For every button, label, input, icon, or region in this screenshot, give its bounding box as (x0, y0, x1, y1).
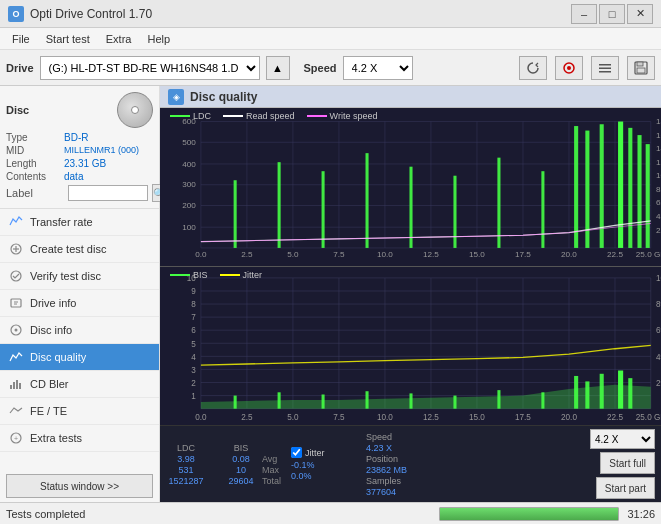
sidebar-item-label: Drive info (30, 297, 76, 309)
sidebar-item-label: CD Bler (30, 378, 69, 390)
status-window-button[interactable]: Status window >> (6, 474, 153, 498)
sidebar-item-cd-bler[interactable]: CD Bler (0, 371, 159, 398)
close-button[interactable]: ✕ (627, 4, 653, 24)
svg-text:16X: 16X (656, 131, 661, 139)
avg-jitter: -0.1% (291, 460, 356, 470)
disc-mid-label: MID (6, 145, 64, 156)
drive-bar: Drive (G:) HL-DT-ST BD-RE WH16NS48 1.D3 … (0, 50, 661, 86)
sidebar-item-create-test-disc[interactable]: Create test disc (0, 236, 159, 263)
svg-text:5.0: 5.0 (287, 250, 298, 258)
top-chart: LDC Read speed Write speed (160, 108, 661, 267)
write-button[interactable] (555, 56, 583, 80)
svg-text:15.0: 15.0 (469, 250, 485, 258)
sidebar-item-transfer-rate[interactable]: Transfer rate (0, 209, 159, 236)
verify-test-disc-icon (8, 268, 24, 284)
refresh-button[interactable] (519, 56, 547, 80)
menu-start-test[interactable]: Start test (38, 31, 98, 47)
sidebar-item-verify-test-disc[interactable]: Verify test disc (0, 263, 159, 290)
svg-rect-71 (366, 153, 369, 248)
svg-text:12.5: 12.5 (423, 411, 439, 421)
max-jitter: 0.0% (291, 471, 356, 481)
svg-text:3: 3 (191, 364, 196, 374)
save-button[interactable] (627, 56, 655, 80)
speed-value: 4.23 X (366, 443, 407, 453)
sidebar-item-disc-info[interactable]: Disc info (0, 317, 159, 344)
svg-rect-78 (600, 124, 604, 248)
eject-button[interactable]: ▲ (266, 56, 290, 80)
jitter-legend: Jitter (243, 270, 263, 280)
jitter-checkbox[interactable] (291, 447, 302, 458)
menu-extra[interactable]: Extra (98, 31, 140, 47)
sidebar-item-label: Disc quality (30, 351, 86, 363)
disc-length-value: 23.31 GB (64, 158, 106, 169)
settings-button[interactable] (591, 56, 619, 80)
sidebar-item-label: Disc info (30, 324, 72, 336)
cd-bler-icon (8, 376, 24, 392)
total-bis: 29604 (228, 476, 253, 486)
svg-point-11 (11, 271, 21, 281)
svg-rect-6 (637, 62, 643, 66)
speed-select[interactable]: 4.2 X (343, 56, 413, 80)
start-full-button[interactable]: Start full (600, 452, 655, 474)
svg-text:8%: 8% (656, 299, 661, 309)
svg-text:8: 8 (191, 299, 196, 309)
fe-te-icon (8, 403, 24, 419)
main-layout: Disc Type BD-R MID MILLENMR1 (000) Lengt… (0, 86, 661, 502)
svg-text:4: 4 (191, 351, 196, 361)
sidebar: Disc Type BD-R MID MILLENMR1 (000) Lengt… (0, 86, 160, 502)
app-title: Opti Drive Control 1.70 (30, 7, 152, 21)
svg-text:15.0: 15.0 (469, 411, 485, 421)
svg-rect-4 (599, 71, 611, 73)
svg-rect-2 (599, 64, 611, 66)
svg-text:10.0: 10.0 (377, 411, 393, 421)
ldc-header: LDC (166, 443, 206, 453)
svg-rect-82 (646, 144, 650, 248)
svg-text:17.5: 17.5 (515, 411, 531, 421)
svg-text:4X: 4X (656, 212, 661, 220)
samples-label: Samples (366, 476, 407, 486)
svg-text:10%: 10% (656, 273, 661, 283)
sidebar-item-drive-info[interactable]: Drive info (0, 290, 159, 317)
minimize-button[interactable]: – (571, 4, 597, 24)
svg-text:8X: 8X (656, 185, 661, 193)
svg-rect-19 (16, 380, 18, 389)
svg-text:2.5: 2.5 (241, 250, 252, 258)
menu-file[interactable]: File (4, 31, 38, 47)
svg-text:2.5: 2.5 (241, 411, 253, 421)
sidebar-item-disc-quality[interactable]: Disc quality (0, 344, 159, 371)
disc-mid-value: MILLENMR1 (000) (64, 145, 139, 156)
menu-help[interactable]: Help (139, 31, 178, 47)
start-part-button[interactable]: Start part (596, 477, 655, 499)
svg-text:2%: 2% (656, 378, 661, 388)
maximize-button[interactable]: □ (599, 4, 625, 24)
position-label: Position (366, 454, 407, 464)
svg-text:300: 300 (182, 181, 196, 189)
content-area: ◈ Disc quality LDC Read speed Write spee… (160, 86, 661, 502)
extra-tests-icon: + (8, 430, 24, 446)
svg-rect-80 (628, 128, 632, 248)
ldc-legend: LDC (193, 111, 211, 121)
top-chart-svg: 600 500 400 300 200 100 18X 16X 14X 12X … (160, 108, 661, 266)
svg-text:12.5: 12.5 (423, 250, 439, 258)
svg-text:7: 7 (191, 312, 196, 322)
avg-bis: 0.08 (232, 454, 250, 464)
sidebar-item-label: Transfer rate (30, 216, 93, 228)
drive-select[interactable]: (G:) HL-DT-ST BD-RE WH16NS48 1.D3 (40, 56, 260, 80)
svg-text:2: 2 (191, 378, 196, 388)
sidebar-item-label: Verify test disc (30, 270, 101, 282)
disc-label-input[interactable] (68, 185, 148, 201)
read-speed-legend: Read speed (246, 111, 295, 121)
svg-rect-20 (19, 383, 21, 389)
svg-text:100: 100 (182, 223, 196, 231)
sidebar-item-fe-te[interactable]: FE / TE (0, 398, 159, 425)
disc-contents-label: Contents (6, 171, 64, 182)
sidebar-item-extra-tests[interactable]: + Extra tests (0, 425, 159, 452)
svg-point-1 (567, 66, 571, 70)
disc-quality-panel-icon: ◈ (168, 89, 184, 105)
bottom-chart-legend: BIS Jitter (170, 270, 262, 280)
svg-text:2X: 2X (656, 226, 661, 234)
chart-speed-select[interactable]: 4.2 X (590, 429, 655, 449)
svg-text:200: 200 (182, 202, 196, 210)
disc-length-label: Length (6, 158, 64, 169)
window-controls: – □ ✕ (571, 4, 653, 24)
